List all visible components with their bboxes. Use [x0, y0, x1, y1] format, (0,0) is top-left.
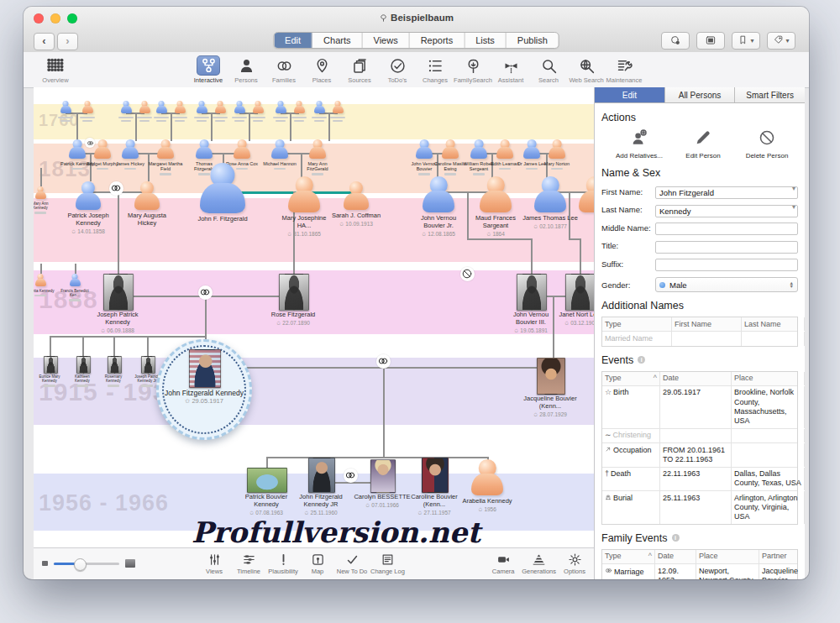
- check-icon: [386, 55, 409, 76]
- bottombar-item-plausibility[interactable]: Plausibility: [267, 551, 299, 575]
- first-name-input[interactable]: [655, 186, 798, 199]
- portrait-photo: [537, 358, 565, 395]
- toolbar-item-places[interactable]: Places: [303, 55, 340, 84]
- bottombar-item-views[interactable]: Views: [198, 551, 230, 575]
- male-figure-icon: [234, 101, 245, 113]
- tag-button[interactable]: ▾: [767, 32, 795, 50]
- zoom-in-icon: [125, 559, 135, 568]
- bottombar-item-timeline[interactable]: Timeline: [233, 551, 265, 575]
- sidebar-tab-all-persons[interactable]: All Persons: [665, 87, 736, 102]
- last-name-input[interactable]: [655, 205, 798, 217]
- sidebar-tab-smart-filters[interactable]: Smart Filters: [735, 87, 805, 102]
- bottombar-item-new-to-do[interactable]: New To Do: [336, 551, 368, 575]
- grid-icon: [44, 55, 67, 76]
- field-row-last-name: Last Name:▾: [601, 202, 798, 217]
- gender-select[interactable]: Male▲▼: [655, 277, 798, 292]
- table-row[interactable]: Married Name: [602, 331, 797, 345]
- nav-tab-charts[interactable]: Charts: [312, 33, 362, 48]
- middle-name-input[interactable]: [655, 222, 798, 235]
- zoom-slider-track[interactable]: [54, 563, 119, 565]
- male-figure-icon: [196, 139, 213, 159]
- stepper-icon: ▲▼: [790, 281, 794, 288]
- nav-tab-edit[interactable]: Edit: [274, 33, 312, 48]
- portrait-photo: [108, 356, 122, 374]
- sidebar-tab-edit[interactable]: Edit: [595, 87, 665, 102]
- male-figure-icon: [69, 139, 86, 159]
- tag-icon: [773, 34, 784, 47]
- portrait-photo: [103, 274, 134, 311]
- female-figure-icon: [215, 101, 226, 113]
- event-row-occupation[interactable]: OccupationFROM 20.01.1961 TO 22.11.1963: [602, 442, 797, 467]
- dropdown-arrow-icon[interactable]: ▾: [792, 203, 795, 211]
- events-table: Type^DatePlace☆Birth29.05.1917Brookline,…: [601, 371, 798, 525]
- portrait-photo: [279, 274, 309, 311]
- event-row-death[interactable]: †Death22.11.1963Dallas, Dallas County, T…: [602, 467, 797, 491]
- female-figure-icon: [471, 459, 503, 495]
- bottombar-item-camera[interactable]: Camera: [487, 551, 519, 575]
- title-input[interactable]: [655, 241, 798, 254]
- event-row-christening[interactable]: ∼Christening: [602, 428, 797, 442]
- female-figure-icon: [234, 139, 250, 159]
- back-button[interactable]: ‹: [34, 33, 55, 50]
- nav-tab-lists[interactable]: Lists: [465, 33, 507, 48]
- nav-tab-reports[interactable]: Reports: [410, 33, 465, 48]
- event-row-birth[interactable]: ☆Birth29.05.1917Brookline, Norfolk Count…: [602, 385, 797, 428]
- toolbar-item-overview[interactable]: Overview: [37, 55, 74, 84]
- female-figure-icon: [496, 139, 513, 159]
- female-figure-icon: [333, 101, 344, 113]
- toolbar-item-persons[interactable]: Persons: [228, 55, 265, 84]
- bottombar-item-options[interactable]: Options: [559, 551, 591, 575]
- zoom-slider-thumb[interactable]: [74, 558, 87, 571]
- nav-tab-views[interactable]: Views: [362, 33, 409, 48]
- toolbar-item-search[interactable]: Search: [530, 55, 567, 84]
- toolbar-item-familysearch[interactable]: FamilySearch: [454, 55, 491, 84]
- field-row-title: Title:: [601, 238, 798, 254]
- info-icon[interactable]: i: [672, 534, 680, 542]
- male-figure-icon: [314, 101, 325, 113]
- female-figure-icon: [549, 139, 565, 159]
- edit-person-button[interactable]: Edit Person: [677, 128, 729, 160]
- panel-icon: [705, 34, 717, 48]
- toolbar-item-todos[interactable]: ToDo's: [379, 55, 416, 84]
- gear-icon: [568, 551, 582, 568]
- marriage-rings-icon: [198, 285, 213, 300]
- toolbar-item-assistant[interactable]: Assistant: [492, 55, 529, 84]
- portrait-photo: [76, 356, 91, 374]
- toolbar-item-websearch[interactable]: Web Search: [568, 55, 605, 84]
- forward-button[interactable]: ›: [57, 33, 78, 50]
- male-dot-icon: [659, 282, 665, 288]
- mag-icon: [537, 55, 560, 76]
- panel-button[interactable]: [696, 32, 725, 50]
- media-button[interactable]: [661, 32, 690, 50]
- event-row-burial[interactable]: Burial25.11.1963Arlington, Arlington Cou…: [602, 490, 797, 524]
- portrait-photo: [370, 459, 396, 493]
- zoom-slider[interactable]: [42, 559, 135, 568]
- dropdown-arrow-icon[interactable]: ▾: [792, 185, 795, 192]
- bookmark-button[interactable]: ▾: [732, 32, 760, 50]
- suffix-input[interactable]: [655, 259, 798, 271]
- nav-tab-publish[interactable]: Publish: [507, 33, 559, 48]
- toolbar-item-changes[interactable]: Changes: [417, 55, 454, 84]
- events-heading: Eventsi: [601, 354, 798, 366]
- female-figure-icon: [344, 181, 369, 210]
- window-chrome: Beispielbaum ‹ › EditChartsViewsReportsL…: [24, 7, 809, 53]
- toolbar-item-sources[interactable]: Sources: [341, 55, 378, 84]
- divorce-rings-icon: [460, 267, 475, 281]
- toolbar-item-interactive[interactable]: Interactive: [190, 55, 227, 84]
- family-events-heading: Family Eventsi: [601, 532, 798, 544]
- field-row-gender: Gender:Male▲▼: [601, 277, 798, 292]
- bottombar-item-map[interactable]: Map: [302, 551, 333, 575]
- family-tree-canvas[interactable]: 1760181318881915 - 19331956 - 1966Patric…: [34, 87, 594, 547]
- delete-person-button[interactable]: Delete Person: [741, 128, 793, 160]
- gens-icon: [532, 551, 546, 568]
- bottombar-item-generations[interactable]: Generations: [522, 551, 556, 575]
- info-icon[interactable]: i: [638, 356, 645, 364]
- toolbar-item-families[interactable]: Families: [265, 55, 302, 84]
- add-relatives-button[interactable]: Add Relatives...: [613, 128, 665, 160]
- male-figure-icon: [416, 139, 433, 159]
- toolbar-item-maintenance[interactable]: Maintenance: [606, 55, 643, 84]
- family-event-row-marriage[interactable]: Marriage12.09. 1953Newport, Newport Coun…: [602, 563, 797, 579]
- person-john-fitzgerald-kennedy-selected[interactable]: John Fitzgerald Kennedy✩ 29.05.1917: [156, 339, 252, 440]
- bottombar-item-change-log[interactable]: Change Log: [370, 551, 405, 575]
- actions-heading: Actions: [601, 112, 798, 123]
